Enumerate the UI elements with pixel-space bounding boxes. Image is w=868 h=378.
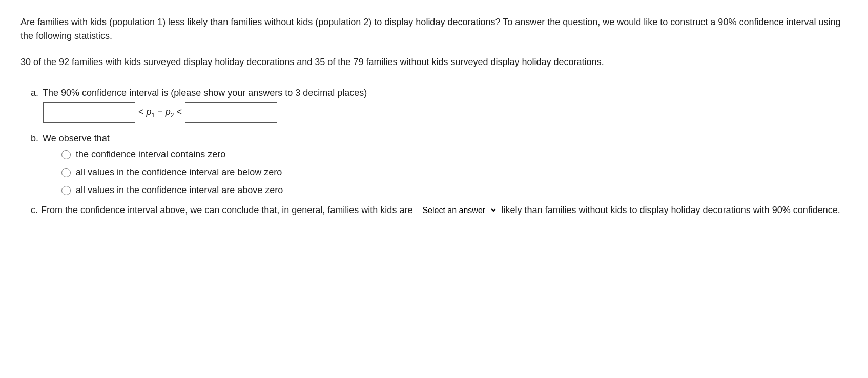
part-a-label: a. [31, 88, 38, 98]
part-b-text: We observe that [43, 133, 110, 144]
radio-option-1[interactable]: the confidence interval contains zero [61, 149, 848, 160]
part-a-header: a. The 90% confidence interval is (pleas… [31, 88, 848, 98]
part-c-label: c. [31, 203, 38, 218]
ci-upper-input[interactable] [185, 102, 277, 123]
question-section: a. The 90% confidence interval is (pleas… [20, 88, 848, 219]
part-c-content: c. From the confidence interval above, w… [31, 201, 848, 219]
part-c-text-after: likely than families without kids to dis… [501, 203, 840, 218]
select-answer-dropdown[interactable]: Select an answer less equally more [416, 201, 498, 219]
radio-input-1[interactable] [61, 150, 71, 159]
part-c: c. From the confidence interval above, w… [31, 201, 848, 219]
intro-paragraph: Are families with kids (population 1) le… [20, 15, 848, 43]
radio-option-3[interactable]: all values in the confidence interval ar… [61, 185, 848, 196]
radio-label-3: all values in the confidence interval ar… [76, 185, 283, 196]
part-c-text-before: From the confidence interval above, we c… [41, 203, 412, 218]
intro-text: Are families with kids (population 1) le… [20, 17, 841, 41]
radio-input-2[interactable] [61, 168, 71, 177]
stats-text: 30 of the 92 families with kids surveyed… [20, 57, 604, 67]
radio-label-1: the confidence interval contains zero [76, 149, 225, 160]
ci-symbol-left: < p1 − p2 < [138, 107, 182, 119]
part-b: b. We observe that the confidence interv… [31, 133, 848, 196]
ci-row: < p1 − p2 < [43, 102, 848, 123]
part-a-text: The 90% confidence interval is (please s… [43, 88, 367, 98]
part-b-label: b. [31, 133, 38, 144]
radio-input-3[interactable] [61, 186, 71, 195]
radio-group: the confidence interval contains zero al… [61, 149, 848, 196]
ci-lower-input[interactable] [43, 102, 135, 123]
stats-paragraph: 30 of the 92 families with kids surveyed… [20, 55, 848, 69]
part-a: a. The 90% confidence interval is (pleas… [31, 88, 848, 123]
part-b-header: b. We observe that [31, 133, 848, 144]
radio-option-2[interactable]: all values in the confidence interval ar… [61, 167, 848, 178]
radio-label-2: all values in the confidence interval ar… [76, 167, 282, 178]
